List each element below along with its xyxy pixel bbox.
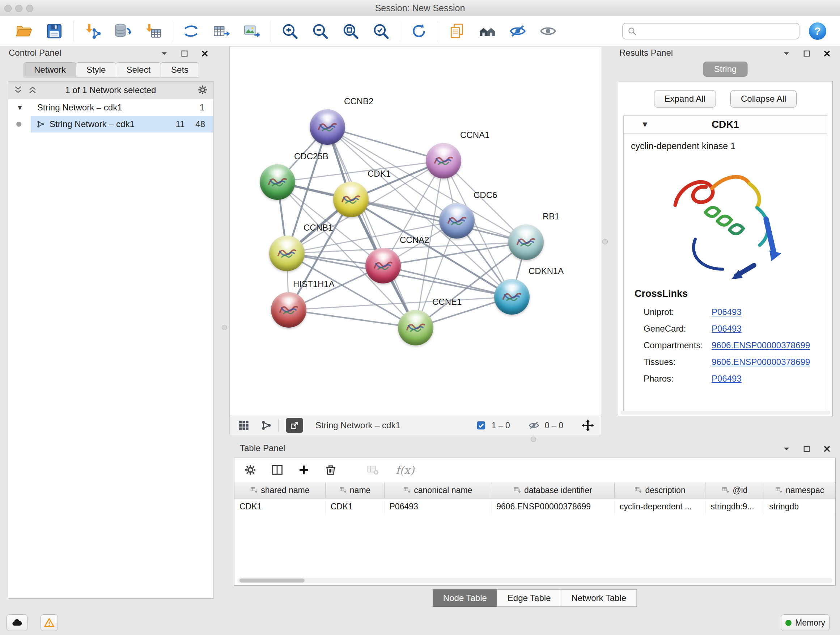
zoom-out-button[interactable] xyxy=(305,19,335,43)
table-cell[interactable]: CDK1 xyxy=(325,499,385,515)
float-panel-icon[interactable] xyxy=(802,49,811,58)
import-network-file-button[interactable] xyxy=(77,19,107,43)
collapse-all-button[interactable]: Collapse All xyxy=(730,90,797,108)
column-header-shared-name[interactable]: shared name xyxy=(234,482,325,498)
export-table-button[interactable] xyxy=(206,19,237,43)
right-splitter-handle[interactable] xyxy=(602,239,608,244)
table-cell[interactable]: 9606.ENSP00000378699 xyxy=(491,499,615,515)
export-image-button[interactable] xyxy=(237,19,267,43)
crosslink-link[interactable]: P06493 xyxy=(712,324,742,333)
section-collapse-icon[interactable]: ▼ xyxy=(641,120,649,129)
table-cell[interactable]: stringdb:9... xyxy=(706,499,764,515)
bottom-splitter-handle[interactable] xyxy=(531,437,536,442)
column-header-description[interactable]: description xyxy=(615,482,706,498)
table-cell[interactable]: stringdb xyxy=(764,499,835,515)
network-node-CDKN1A[interactable] xyxy=(494,279,530,315)
save-session-button[interactable] xyxy=(39,19,69,43)
network-node-CDK1[interactable] xyxy=(333,182,369,217)
close-panel-icon[interactable] xyxy=(823,445,831,453)
network-node-CCNA1[interactable] xyxy=(426,143,461,179)
table-settings-gear-icon[interactable] xyxy=(244,463,257,477)
results-scrollbar[interactable] xyxy=(621,411,830,415)
network-edge-CCNB2-CCNE1[interactable] xyxy=(327,127,416,328)
tree-expand-arrow-icon[interactable]: ▼ xyxy=(16,103,24,112)
merge-arrows-button[interactable] xyxy=(176,19,206,43)
import-table-button[interactable] xyxy=(138,19,168,43)
table-hscroll-thumb[interactable] xyxy=(240,578,305,583)
tab-edge-table[interactable]: Edge Table xyxy=(497,589,561,607)
column-header-canonical-name[interactable]: canonical name xyxy=(385,482,492,498)
network-node-CDC6[interactable] xyxy=(439,203,475,239)
table-cell[interactable]: cyclin-dependent ... xyxy=(615,499,706,515)
column-header--id[interactable]: @id xyxy=(706,482,764,498)
float-panel-icon[interactable] xyxy=(802,445,811,453)
show-all-button[interactable] xyxy=(533,19,563,43)
network-edge-HIST1H1A-CCNE1[interactable] xyxy=(289,310,416,328)
expand-all-tree-icon[interactable] xyxy=(28,85,37,95)
function-builder-button[interactable]: f(x) xyxy=(396,464,414,477)
tab-string[interactable]: String xyxy=(703,62,748,77)
network-node-CCNA2[interactable] xyxy=(365,248,401,283)
close-panel-icon[interactable] xyxy=(201,49,209,58)
crosslink-link[interactable]: 9606.ENSP00000378699 xyxy=(712,357,810,367)
memory-button[interactable]: Memory xyxy=(781,614,829,631)
network-node-CCNB1[interactable] xyxy=(269,236,305,271)
table-cell[interactable]: P06493 xyxy=(385,499,492,515)
network-collection-row[interactable]: ▼ String Network – cdk1 1 xyxy=(8,99,213,116)
zoom-in-button[interactable] xyxy=(275,19,305,43)
cloud-button[interactable] xyxy=(6,614,27,631)
collapse-panel-icon[interactable] xyxy=(782,445,791,453)
table-hscrollbar[interactable] xyxy=(237,578,832,583)
warnings-button[interactable] xyxy=(41,614,58,631)
selected-checkbox-icon[interactable] xyxy=(476,420,486,431)
tab-network-table[interactable]: Network Table xyxy=(561,589,637,607)
add-row-plus-icon[interactable] xyxy=(297,463,310,477)
left-splitter-handle[interactable] xyxy=(222,325,227,330)
table-cell[interactable]: CDK1 xyxy=(234,499,325,515)
network-node-CDC25B[interactable] xyxy=(260,165,295,200)
network-row[interactable]: String Network – cdk1 11 48 xyxy=(8,116,213,133)
expand-all-button[interactable]: Expand All xyxy=(654,90,716,108)
zoom-fit-button[interactable] xyxy=(335,19,366,43)
open-session-button[interactable] xyxy=(9,19,39,43)
control-panel-tab-network[interactable]: Network xyxy=(24,62,76,78)
copy-documents-button[interactable] xyxy=(442,19,472,43)
refresh-button[interactable] xyxy=(404,19,434,43)
crosslink-link[interactable]: 9606.ENSP00000378699 xyxy=(712,340,810,350)
show-columns-icon[interactable] xyxy=(271,463,284,477)
column-header-name[interactable]: name xyxy=(325,482,385,498)
column-header-database-identifier[interactable]: database identifier xyxy=(491,482,615,498)
search-input[interactable] xyxy=(640,26,794,36)
network-node-CCNE1[interactable] xyxy=(398,310,433,345)
zoom-selected-button[interactable] xyxy=(366,19,396,43)
column-header-namespac[interactable]: namespac xyxy=(764,482,835,498)
table-row[interactable]: CDK1CDK1P064939606.ENSP00000378699cyclin… xyxy=(234,499,835,515)
network-node-CCNB2[interactable] xyxy=(309,109,345,145)
collapse-all-tree-icon[interactable] xyxy=(13,85,23,95)
node-details-header[interactable]: ▼ CDK1 xyxy=(624,116,827,134)
network-share-icon[interactable] xyxy=(260,419,272,432)
network-node-HIST1H1A[interactable] xyxy=(271,292,306,328)
network-row-selection[interactable]: String Network – cdk1 11 48 xyxy=(31,116,213,133)
network-view-canvas[interactable]: CCNB2CCNA1CDC25BCDK1CDC6RB1CCNB1CCNA2CDK… xyxy=(229,47,602,416)
crosslink-link[interactable]: P06493 xyxy=(712,374,742,383)
houses-button[interactable] xyxy=(472,19,502,43)
open-in-new-window-button[interactable] xyxy=(286,418,303,433)
gear-icon[interactable] xyxy=(197,84,208,95)
float-panel-icon[interactable] xyxy=(180,49,189,58)
crosslink-link[interactable]: P06493 xyxy=(712,307,742,317)
help-button[interactable]: ? xyxy=(809,22,826,40)
control-panel-tab-select[interactable]: Select xyxy=(116,62,161,78)
birdseye-grid-icon[interactable] xyxy=(238,419,250,432)
close-panel-icon[interactable] xyxy=(823,49,831,58)
collapse-panel-icon[interactable] xyxy=(782,49,791,58)
network-node-RB1[interactable] xyxy=(508,225,544,260)
tab-node-table[interactable]: Node Table xyxy=(433,589,497,607)
collapse-panel-icon[interactable] xyxy=(160,49,169,58)
hidden-eye-icon[interactable] xyxy=(528,420,540,431)
hide-selected-button[interactable] xyxy=(502,19,533,43)
control-panel-tab-style[interactable]: Style xyxy=(76,62,116,78)
control-panel-tab-sets[interactable]: Sets xyxy=(161,62,199,78)
delete-trash-icon[interactable] xyxy=(324,463,337,477)
import-network-database-button[interactable] xyxy=(107,19,138,43)
